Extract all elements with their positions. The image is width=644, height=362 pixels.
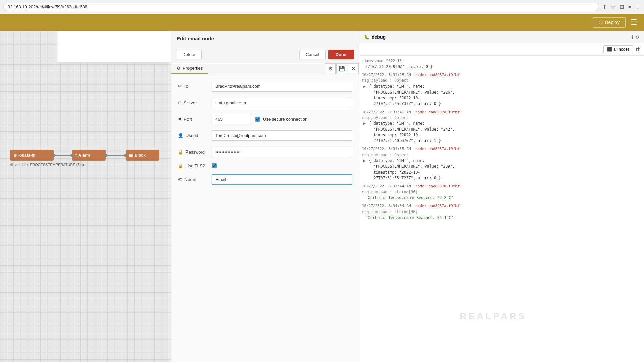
- info-icon[interactable]: ℹ: [632, 35, 633, 40]
- tab-properties[interactable]: ⚙ Properties: [171, 63, 208, 74]
- delete-button[interactable]: Delete: [176, 50, 202, 59]
- share-icon[interactable]: ⬆: [602, 4, 607, 10]
- node-block-icon: ▣: [129, 153, 133, 158]
- cancel-button[interactable]: Cancel: [299, 50, 325, 59]
- usetls-checkbox[interactable]: [212, 163, 217, 168]
- connector-1: [54, 155, 72, 156]
- browser-bar: 92.168.10.202/red/#flow/59fb263a.ffe638 …: [0, 0, 644, 14]
- to-row: ✉ To: [178, 81, 352, 92]
- port-input[interactable]: [212, 114, 252, 124]
- userid-label: 👤 Userid: [178, 133, 208, 138]
- filter-icon: ⬛: [607, 47, 612, 52]
- server-icon: ⊕: [178, 100, 182, 105]
- password-row: 🔒 Password: [178, 147, 352, 157]
- password-label: 🔒 Password: [178, 149, 208, 155]
- top-nav: ⬡ Deploy ☰: [0, 14, 644, 31]
- node-alarm[interactable]: f Alarm: [72, 150, 106, 161]
- debug-entry-4: 10/27/2022, 8:33:44 AM node: ead8937a.f9…: [362, 184, 641, 201]
- port-block-left: [124, 154, 127, 157]
- debug-panel: 🐛 debug ℹ ⚙ ⬛ all nodes 🗑 tim: [359, 31, 644, 362]
- debug-actions: ℹ ⚙: [632, 35, 639, 40]
- userid-input[interactable]: [212, 130, 352, 141]
- node-block[interactable]: ▣ Block: [126, 150, 159, 161]
- debug-content: timestamp: 2022-10- 27T07:31:20.929Z", a…: [359, 56, 644, 362]
- node-alarm-icon: f: [75, 153, 77, 158]
- panel-header: Edit email node: [171, 31, 359, 46]
- port-row: ✖ Port Use secure connection.: [178, 114, 352, 124]
- user-icon: 👤: [178, 133, 183, 138]
- name-input[interactable]: [212, 174, 352, 185]
- to-input[interactable]: [212, 81, 352, 92]
- node-block-label: Block: [135, 153, 146, 158]
- clear-button[interactable]: 🗑: [635, 46, 641, 52]
- filter-button[interactable]: ⬛ all nodes: [603, 45, 633, 53]
- debug-entry-5: 10/27/2022, 8:34:04 AM node: ead8937a.f9…: [362, 203, 641, 221]
- secure-connection-row: Use secure connection.: [255, 117, 309, 122]
- gear-icon: ⚙: [177, 66, 181, 71]
- settings-icon[interactable]: ⚙: [635, 35, 639, 40]
- tab-close-button[interactable]: ✕: [348, 63, 359, 74]
- debug-icon: 🐛: [364, 34, 370, 40]
- userid-row: 👤 Userid: [178, 130, 352, 141]
- grid-icon[interactable]: ⊞: [620, 4, 624, 10]
- server-row: ⊕ Server: [178, 98, 352, 108]
- secure-label: Use secure connection.: [263, 117, 309, 122]
- tab-save-button[interactable]: 💾: [336, 63, 347, 74]
- name-label: 🏷 Name: [178, 177, 208, 182]
- debug-entry-3: 10/27/2022, 8:31:55 AM node: ead8937a.f9…: [362, 146, 641, 181]
- debug-entry-0: timestamp: 2022-10- 27T07:31:20.929Z", a…: [362, 58, 641, 70]
- node-alarm-label: Alarm: [78, 153, 90, 158]
- tab-settings-button[interactable]: ⚙: [325, 63, 336, 74]
- node-iodata[interactable]: ⊕ Iodata-In: [10, 150, 54, 161]
- debug-header: 🐛 debug ℹ ⚙: [359, 31, 644, 43]
- debug-title: 🐛 debug: [364, 34, 629, 40]
- panel-tabs: ⚙ Properties ⚙ 💾 ✕: [171, 63, 359, 74]
- right-buttons: Cancel Done: [299, 50, 354, 59]
- password-input[interactable]: [212, 147, 352, 157]
- server-input[interactable]: [212, 98, 352, 108]
- port-label: ✖ Port: [178, 117, 208, 122]
- usetls-label: 🔒 Use TLS?: [178, 163, 208, 168]
- tab-icons: ⚙ 💾 ✕: [325, 63, 359, 74]
- form-area: ✉ To ⊕ Server ✖ Po: [171, 74, 359, 362]
- node-iodata-icon: ⊕: [13, 153, 17, 158]
- hamburger-menu[interactable]: ☰: [631, 18, 637, 27]
- to-label: ✉ To: [178, 84, 208, 89]
- debug-entry-1: 10/27/2022, 8:31:25 AM node: ead8937a.f9…: [362, 72, 641, 107]
- connector-2: [106, 155, 126, 156]
- envelope-icon: ✉: [178, 84, 182, 89]
- browser-icons: ⬆ ☆ ⊞ ● ⋮: [602, 4, 641, 10]
- app-container: ⬡ Deploy ☰ ⊕ Iodata-In f Alarm ▣: [0, 14, 644, 362]
- tls-icon: 🔒: [178, 163, 183, 168]
- account-icon[interactable]: ●: [628, 4, 631, 10]
- main-area: ⊕ Iodata-In f Alarm ▣ Block variable: PR…: [0, 31, 644, 362]
- node-iodata-label: Iodata-In: [18, 153, 35, 158]
- variable-dot: [10, 163, 13, 166]
- deploy-icon: ⬡: [599, 20, 603, 25]
- white-box: [57, 31, 171, 63]
- edit-panel: Edit email node Delete Cancel Done ⚙ Pro…: [171, 31, 359, 362]
- debug-entry-2: 10/27/2022, 8:31:40 AM node: ead8937a.f9…: [362, 110, 641, 144]
- star-icon[interactable]: ☆: [611, 4, 615, 10]
- more-icon[interactable]: ⋮: [635, 4, 641, 10]
- done-button[interactable]: Done: [328, 50, 354, 59]
- deploy-button[interactable]: ⬡ Deploy: [593, 17, 626, 28]
- variable-label: variable: PROCESSTEMPERATURE (5 s): [10, 163, 84, 167]
- port-icon: ✖: [178, 117, 182, 122]
- usetls-row: 🔒 Use TLS?: [178, 163, 352, 168]
- port-alarm-left: [70, 154, 74, 157]
- tag-icon: 🏷: [178, 177, 182, 182]
- lock-icon: 🔒: [178, 149, 183, 155]
- name-row: 🏷 Name: [178, 174, 352, 185]
- flow-canvas[interactable]: ⊕ Iodata-In f Alarm ▣ Block variable: PR…: [0, 31, 171, 362]
- url-bar[interactable]: 92.168.10.202/red/#flow/59fb263a.ffe638: [3, 3, 599, 11]
- server-label: ⊕ Server: [178, 100, 208, 105]
- panel-actions: Delete Cancel Done: [171, 46, 359, 63]
- secure-checkbox[interactable]: [255, 117, 260, 122]
- filter-bar: ⬛ all nodes 🗑: [359, 43, 644, 56]
